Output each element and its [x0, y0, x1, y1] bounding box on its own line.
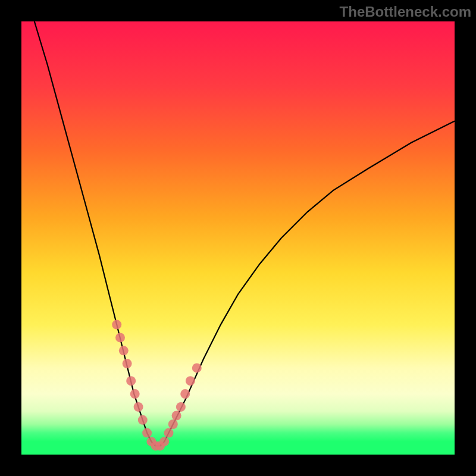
- marker-point: [164, 428, 174, 438]
- watermark-text: TheBottleneck.com: [340, 4, 471, 20]
- marker-point: [112, 320, 121, 330]
- marker-point: [172, 411, 181, 421]
- marker-point: [126, 376, 136, 386]
- highlighted-points: [112, 320, 202, 451]
- marker-point: [138, 415, 148, 425]
- marker-point: [159, 437, 169, 446]
- marker-point: [134, 402, 143, 412]
- marker-point: [192, 363, 202, 372]
- marker-point: [168, 419, 178, 429]
- marker-point: [115, 333, 125, 342]
- marker-point: [180, 389, 190, 399]
- marker-point: [176, 402, 186, 412]
- curve-svg: [21, 21, 455, 455]
- marker-point: [142, 428, 152, 438]
- marker-point: [119, 346, 129, 355]
- marker-point: [123, 359, 132, 368]
- bottleneck-curve: [35, 21, 455, 446]
- marker-point: [130, 389, 140, 399]
- marker-point: [186, 376, 195, 386]
- chart-container: TheBottleneck.com: [0, 0, 476, 476]
- plot-area: [21, 21, 455, 455]
